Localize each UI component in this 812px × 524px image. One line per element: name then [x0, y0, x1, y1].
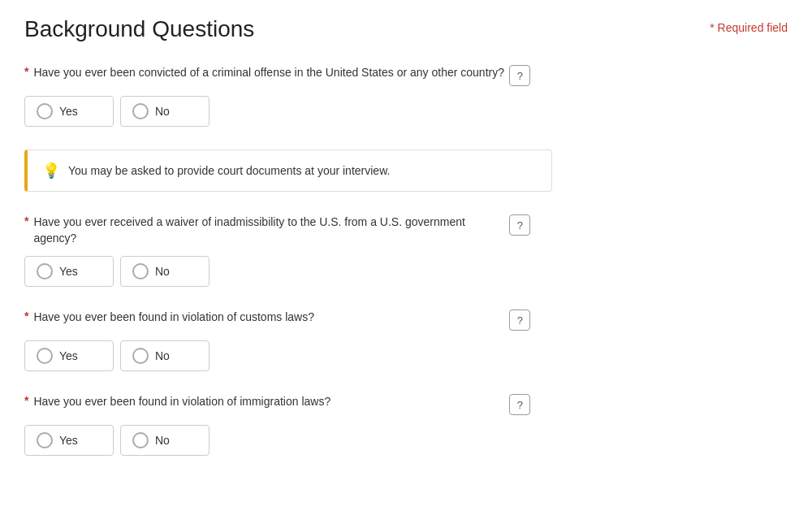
info-box: 💡You may be asked to provide court docum…	[24, 149, 552, 192]
radio-option-3-no[interactable]: No	[120, 340, 209, 371]
radio-group-2: YesNo	[24, 256, 788, 287]
radio-label-4-yes: Yes	[59, 434, 78, 447]
radio-option-1-yes[interactable]: Yes	[24, 96, 114, 127]
radio-circle-3-yes	[37, 348, 53, 364]
question-label-4: * Have you ever been found in violation …	[24, 394, 788, 415]
radio-group-4: YesNo	[24, 425, 788, 456]
radio-group-3: YesNo	[24, 340, 788, 371]
radio-circle-2-yes	[37, 263, 53, 279]
required-star-1: *	[24, 65, 28, 78]
question-block-4: * Have you ever been found in violation …	[24, 394, 788, 456]
radio-circle-1-no	[132, 103, 149, 119]
question-block-1: * Have you ever been convicted of a crim…	[24, 65, 788, 127]
info-text: You may be asked to provide court docume…	[68, 164, 390, 177]
page-header: Background Questions * Required field	[24, 16, 788, 42]
radio-label-4-no: No	[155, 434, 170, 447]
radio-label-1-no: No	[155, 105, 170, 118]
radio-option-2-yes[interactable]: Yes	[24, 256, 114, 287]
question-label-2: * Have you ever received a waiver of ina…	[24, 214, 788, 246]
radio-option-4-yes[interactable]: Yes	[24, 425, 114, 456]
required-star-3: *	[24, 310, 28, 323]
radio-label-3-no: No	[155, 349, 170, 362]
question-text-1: Have you ever been convicted of a crimin…	[33, 65, 504, 81]
question-text-4: Have you ever been found in violation of…	[33, 394, 504, 410]
radio-option-2-no[interactable]: No	[120, 256, 209, 287]
questions-container: * Have you ever been convicted of a crim…	[24, 65, 788, 456]
radio-option-1-no[interactable]: No	[120, 96, 209, 127]
radio-group-1: YesNo	[24, 96, 788, 127]
radio-option-3-yes[interactable]: Yes	[24, 340, 114, 371]
help-button-2[interactable]: ?	[509, 214, 530, 236]
radio-label-2-no: No	[155, 265, 170, 278]
required-star-2: *	[24, 214, 28, 227]
question-block-3: * Have you ever been found in violation …	[24, 310, 788, 371]
page-title: Background Questions	[24, 16, 254, 42]
radio-circle-4-no	[132, 432, 149, 448]
radio-circle-4-yes	[37, 432, 53, 448]
radio-circle-3-no	[132, 348, 149, 364]
radio-label-2-yes: Yes	[59, 265, 78, 278]
question-text-2: Have you ever received a waiver of inadm…	[33, 214, 504, 246]
question-text-3: Have you ever been found in violation of…	[33, 310, 504, 326]
help-button-4[interactable]: ?	[509, 394, 530, 415]
radio-circle-2-no	[132, 263, 149, 279]
question-label-1: * Have you ever been convicted of a crim…	[24, 65, 788, 86]
radio-option-4-no[interactable]: No	[120, 425, 209, 456]
radio-circle-1-yes	[37, 103, 53, 119]
question-label-3: * Have you ever been found in violation …	[24, 310, 788, 331]
radio-label-3-yes: Yes	[59, 349, 78, 362]
info-lightbulb-icon: 💡	[42, 162, 60, 180]
required-star-4: *	[24, 394, 28, 407]
help-button-1[interactable]: ?	[509, 65, 530, 86]
help-button-3[interactable]: ?	[509, 310, 530, 331]
radio-label-1-yes: Yes	[59, 105, 78, 118]
question-block-2: * Have you ever received a waiver of ina…	[24, 214, 788, 287]
required-field-note: * Required field	[710, 21, 788, 34]
